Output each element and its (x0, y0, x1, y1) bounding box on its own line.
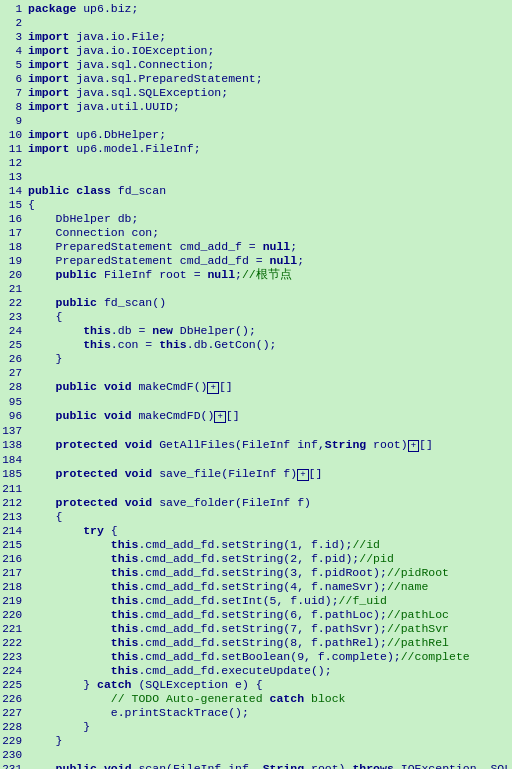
line-content: this.cmd_add_fd.setBoolean(9, f.complete… (28, 650, 512, 664)
line-content: import java.io.IOException; (28, 44, 512, 58)
collapse-toggle[interactable]: + (214, 411, 225, 423)
line-number: 14 (0, 184, 28, 198)
line-number: 19 (0, 254, 28, 268)
line-content: this.cmd_add_fd.setInt(5, f.uid);//f_uid (28, 594, 512, 608)
line-number: 28 (0, 380, 28, 394)
line-number: 137 (0, 424, 28, 438)
line-content: this.db = new DbHelper(); (28, 324, 512, 338)
line-number: 11 (0, 142, 28, 156)
line-content (28, 366, 512, 380)
code-line: 184 (0, 453, 512, 467)
line-number: 26 (0, 352, 28, 366)
line-number: 22 (0, 296, 28, 310)
code-line: 22 public fd_scan() (0, 296, 512, 310)
line-number: 219 (0, 594, 28, 608)
line-content: public class fd_scan (28, 184, 512, 198)
line-content: } (28, 352, 512, 366)
line-content: { (28, 198, 512, 212)
code-line: 137 (0, 424, 512, 438)
line-number: 212 (0, 496, 28, 510)
code-line: 28 public void makeCmdF()+[] (0, 380, 512, 395)
line-number: 228 (0, 720, 28, 734)
line-number: 214 (0, 524, 28, 538)
line-number: 1 (0, 2, 28, 16)
code-line: 222 this.cmd_add_fd.setString(8, f.pathR… (0, 636, 512, 650)
line-content (28, 395, 512, 409)
code-line: 217 this.cmd_add_fd.setString(3, f.pidRo… (0, 566, 512, 580)
line-content (28, 424, 512, 438)
code-line: 11import up6.model.FileInf; (0, 142, 512, 156)
code-line: 95 (0, 395, 512, 409)
code-line: 227 e.printStackTrace(); (0, 706, 512, 720)
line-number: 213 (0, 510, 28, 524)
line-number: 4 (0, 44, 28, 58)
code-line: 221 this.cmd_add_fd.setString(7, f.pathS… (0, 622, 512, 636)
code-line: 96 public void makeCmdFD()+[] (0, 409, 512, 424)
line-content: import java.sql.PreparedStatement; (28, 72, 512, 86)
code-line: 223 this.cmd_add_fd.setBoolean(9, f.comp… (0, 650, 512, 664)
code-line: 5import java.sql.Connection; (0, 58, 512, 72)
line-number: 221 (0, 622, 28, 636)
line-content (28, 282, 512, 296)
line-content: protected void save_folder(FileInf f) (28, 496, 512, 510)
line-content: package up6.biz; (28, 2, 512, 16)
line-content: public void makeCmdF()+[] (28, 380, 512, 395)
line-number: 227 (0, 706, 28, 720)
line-content: public void makeCmdFD()+[] (28, 409, 512, 424)
collapse-toggle[interactable]: + (207, 382, 218, 394)
line-content: import java.sql.Connection; (28, 58, 512, 72)
code-line: 230 (0, 748, 512, 762)
line-number: 229 (0, 734, 28, 748)
line-content: this.cmd_add_fd.executeUpdate(); (28, 664, 512, 678)
line-number: 15 (0, 198, 28, 212)
code-line: 226 // TODO Auto-generated catch block (0, 692, 512, 706)
line-content (28, 114, 512, 128)
line-number: 211 (0, 482, 28, 496)
line-content: protected void save_file(FileInf f)+[] (28, 467, 512, 482)
line-content: public void scan(FileInf inf, String roo… (28, 762, 512, 769)
line-number: 218 (0, 580, 28, 594)
line-content: this.cmd_add_fd.setString(3, f.pidRoot);… (28, 566, 512, 580)
line-content: this.cmd_add_fd.setString(2, f.pid);//pi… (28, 552, 512, 566)
code-line: 27 (0, 366, 512, 380)
line-number: 224 (0, 664, 28, 678)
line-content: PreparedStatement cmd_add_f = null; (28, 240, 512, 254)
code-line: 1package up6.biz; (0, 2, 512, 16)
line-number: 21 (0, 282, 28, 296)
line-number: 2 (0, 16, 28, 30)
code-line: 17 Connection con; (0, 226, 512, 240)
code-line: 20 public FileInf root = null;//根节点 (0, 268, 512, 282)
line-content: import up6.DbHelper; (28, 128, 512, 142)
code-line: 26 } (0, 352, 512, 366)
line-number: 215 (0, 538, 28, 552)
line-content (28, 170, 512, 184)
line-number: 7 (0, 86, 28, 100)
collapse-toggle[interactable]: + (297, 469, 308, 481)
line-number: 184 (0, 453, 28, 467)
code-line: 10import up6.DbHelper; (0, 128, 512, 142)
line-content: this.cmd_add_fd.setString(8, f.pathRel);… (28, 636, 512, 650)
code-line: 213 { (0, 510, 512, 524)
code-line: 9 (0, 114, 512, 128)
code-line: 23 { (0, 310, 512, 324)
line-content (28, 482, 512, 496)
line-number: 3 (0, 30, 28, 44)
code-line: 218 this.cmd_add_fd.setString(4, f.nameS… (0, 580, 512, 594)
line-number: 12 (0, 156, 28, 170)
line-number: 17 (0, 226, 28, 240)
line-content: public fd_scan() (28, 296, 512, 310)
line-content: this.cmd_add_fd.setString(6, f.pathLoc);… (28, 608, 512, 622)
code-line: 18 PreparedStatement cmd_add_f = null; (0, 240, 512, 254)
line-content: this.con = this.db.GetCon(); (28, 338, 512, 352)
line-content (28, 156, 512, 170)
line-number: 10 (0, 128, 28, 142)
collapse-toggle[interactable]: + (408, 440, 419, 452)
code-line: 14public class fd_scan (0, 184, 512, 198)
line-content: // TODO Auto-generated catch block (28, 692, 512, 706)
code-line: 12 (0, 156, 512, 170)
line-content: } catch (SQLException e) { (28, 678, 512, 692)
code-line: 225 } catch (SQLException e) { (0, 678, 512, 692)
line-number: 216 (0, 552, 28, 566)
line-content: e.printStackTrace(); (28, 706, 512, 720)
code-line: 212 protected void save_folder(FileInf f… (0, 496, 512, 510)
